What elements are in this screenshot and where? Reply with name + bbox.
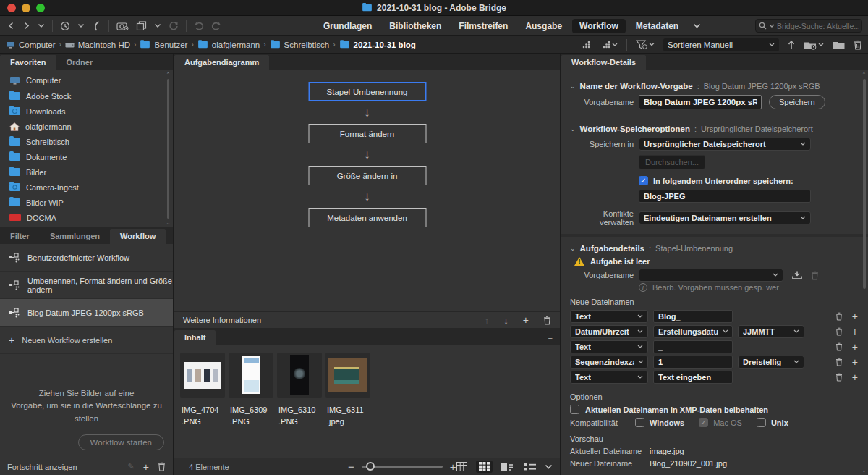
thumbnail-view-icon[interactable] bbox=[476, 461, 493, 473]
section-task-header[interactable]: ⌄ Aufgabendetails : Stapel-Umbenennung bbox=[570, 244, 858, 253]
row5-text-input[interactable] bbox=[653, 371, 733, 384]
scroll-up-icon[interactable]: ⌃ bbox=[166, 72, 171, 77]
tab-sammlungen[interactable]: Sammlungen bbox=[40, 229, 110, 244]
undo-icon[interactable] bbox=[194, 21, 204, 30]
zoom-out-icon[interactable]: − bbox=[348, 461, 354, 473]
workflow-item-rename-format-resize[interactable]: Umbenennen, Format ändern und Größe ände… bbox=[0, 272, 173, 299]
search-chevron-down-icon[interactable] bbox=[769, 24, 775, 28]
batch-icon[interactable] bbox=[136, 21, 147, 30]
new-folder-icon[interactable] bbox=[833, 40, 845, 49]
diagram-node-stapel-umbenennung[interactable]: Stapel-Umbenennung bbox=[308, 82, 426, 101]
row4-type-dropdown[interactable]: Sequenzindexzahl bbox=[570, 356, 648, 369]
details-scrollbar[interactable]: ⌃ ⌄ bbox=[861, 72, 867, 474]
row2-type-dropdown[interactable]: Datum/Uhrzeit bbox=[570, 325, 648, 338]
collapse-chevron-icon[interactable]: ⌄ bbox=[570, 245, 576, 252]
row-delete-icon[interactable] bbox=[835, 373, 843, 382]
add-task-icon[interactable]: + bbox=[523, 315, 529, 325]
tab-inhalt[interactable]: Inhalt bbox=[174, 330, 216, 345]
more-info-link[interactable]: Weitere Informationen bbox=[183, 316, 261, 324]
breadcrumb-current-folder[interactable]: 2021-10-31 blog bbox=[339, 41, 416, 49]
tab-filmstreifen[interactable]: Filmstreifen bbox=[451, 19, 515, 33]
collapse-chevron-icon[interactable]: ⌄ bbox=[570, 125, 576, 133]
xmp-checkbox[interactable] bbox=[570, 405, 579, 414]
history-chevron-down-icon[interactable] bbox=[77, 23, 85, 28]
row-add-icon[interactable]: + bbox=[852, 311, 858, 321]
zoom-window-icon[interactable] bbox=[36, 4, 45, 12]
add-icon[interactable]: + bbox=[143, 462, 149, 472]
workflow-item-new[interactable]: + Neuen Workflow erstellen bbox=[0, 327, 173, 354]
refresh-icon[interactable] bbox=[169, 21, 179, 31]
row4-number-input[interactable] bbox=[653, 356, 733, 369]
row-delete-icon[interactable] bbox=[835, 358, 843, 366]
favorites-scrollbar[interactable]: ⌃ ⌄ bbox=[165, 72, 171, 226]
filter-funnel-icon[interactable] bbox=[636, 40, 655, 50]
breadcrumb-schreibtisch[interactable]: Schreibtisch bbox=[270, 41, 330, 49]
section-name-header[interactable]: ⌄ Name der Workflow-Vorgabe : Blog Datum… bbox=[570, 82, 858, 91]
row1-text-input[interactable] bbox=[653, 310, 733, 323]
boomerang-icon[interactable] bbox=[92, 21, 101, 31]
compat-windows-checkbox[interactable] bbox=[635, 418, 644, 427]
tab-favoriten[interactable]: Favoriten bbox=[0, 55, 56, 70]
breadcrumb-olafgiermann[interactable]: olafgiermann bbox=[197, 41, 260, 49]
tab-aufgabendiagramm[interactable]: Aufgabendiagramm bbox=[174, 55, 269, 70]
tab-workflow-panel[interactable]: Workflow bbox=[110, 229, 166, 244]
zoom-in-icon[interactable]: + bbox=[450, 461, 456, 473]
favorite-item-camera-ingest[interactable]: Camera-Ingest bbox=[0, 180, 173, 195]
rating-filter-icon[interactable] bbox=[580, 40, 592, 49]
subfolder-input[interactable] bbox=[639, 190, 811, 203]
rating-filter-chevron-icon[interactable] bbox=[600, 40, 618, 49]
slider-knob[interactable] bbox=[366, 462, 375, 471]
task-preset-dropdown[interactable] bbox=[639, 269, 783, 282]
favorite-item-bilder-wip[interactable]: Bilder WIP bbox=[0, 195, 173, 210]
thumbnail-size-slider[interactable] bbox=[362, 466, 443, 468]
diagram-node-format-aendern[interactable]: Format ändern bbox=[308, 124, 426, 143]
scroll-down-icon[interactable]: ⌄ bbox=[166, 220, 171, 226]
photo-downloader-icon[interactable] bbox=[116, 21, 129, 30]
workflow-item-custom[interactable]: Benutzerdefinierter Workflow bbox=[0, 244, 173, 272]
tab-workflow[interactable]: Workflow bbox=[572, 19, 626, 33]
content-menu-icon[interactable]: ≡ bbox=[548, 334, 560, 345]
favorite-item-olafgiermann[interactable]: olafgiermann bbox=[0, 119, 173, 134]
row3-text-input[interactable] bbox=[653, 340, 733, 353]
row2-value-dropdown[interactable]: Erstellungsdatum bbox=[653, 325, 733, 338]
favorite-item-adobe-stock[interactable]: Adobe Stock bbox=[0, 88, 173, 104]
breadcrumb-macintosh-hd[interactable]: Macintosh HD bbox=[65, 41, 130, 49]
thumbnail-img-6309[interactable] bbox=[229, 353, 273, 398]
row-delete-icon[interactable] bbox=[835, 327, 843, 336]
workflow-item-blog-datum[interactable]: Blog Datum JPEG 1200px sRGB bbox=[0, 299, 173, 327]
move-up-icon[interactable]: ↑ bbox=[485, 316, 490, 325]
recent-files-icon[interactable] bbox=[804, 40, 824, 50]
row-delete-icon[interactable] bbox=[835, 342, 843, 351]
destination-dropdown[interactable]: Ursprünglicher Dateispeicherort bbox=[639, 138, 811, 151]
details-view-icon[interactable] bbox=[498, 461, 516, 473]
sort-dropdown[interactable]: Sortieren Manuell bbox=[663, 38, 779, 51]
favorite-item-docma[interactable]: DOCMA bbox=[0, 210, 173, 225]
favorite-item-dokumente[interactable]: Dokumente bbox=[0, 149, 173, 164]
sort-direction-icon[interactable] bbox=[788, 40, 795, 49]
workspace-chevron-down-icon[interactable] bbox=[693, 23, 701, 29]
delete-icon[interactable] bbox=[854, 40, 862, 50]
favorite-item-bilder[interactable]: Bilder bbox=[0, 164, 173, 180]
row-delete-icon[interactable] bbox=[835, 312, 843, 321]
subfolder-checkbox[interactable]: ✓ bbox=[639, 176, 648, 185]
row3-type-dropdown[interactable]: Text bbox=[570, 340, 648, 353]
list-view-icon[interactable] bbox=[522, 461, 539, 473]
preset-name-input[interactable] bbox=[639, 95, 762, 109]
close-icon[interactable] bbox=[7, 4, 16, 12]
redo-icon[interactable] bbox=[211, 21, 221, 30]
back-icon[interactable] bbox=[7, 22, 15, 30]
nav-chevron-down-icon[interactable] bbox=[38, 23, 45, 28]
diagram-node-groesse-aendern[interactable]: Größe ändern in bbox=[308, 166, 426, 185]
row2-format-dropdown[interactable]: JJMMTT bbox=[738, 325, 804, 338]
diagram-node-metadaten-anwenden[interactable]: Metadaten anwenden bbox=[308, 208, 426, 227]
thumbnail-img-4704[interactable] bbox=[180, 353, 225, 398]
thumbnail-img-6311[interactable] bbox=[326, 353, 370, 398]
workflow-start-button[interactable]: Workflow starten bbox=[78, 434, 164, 450]
view-chevron-down-icon[interactable] bbox=[545, 464, 553, 470]
scroll-down-icon[interactable]: ⌄ bbox=[862, 468, 867, 474]
tab-metadaten[interactable]: Metadaten bbox=[629, 19, 686, 33]
breadcrumb-benutzer[interactable]: Benutzer bbox=[140, 41, 187, 49]
favorite-item-schreibtisch[interactable]: Schreibtisch bbox=[0, 134, 173, 149]
row-add-icon[interactable]: + bbox=[852, 372, 858, 382]
row1-type-dropdown[interactable]: Text bbox=[570, 310, 648, 323]
